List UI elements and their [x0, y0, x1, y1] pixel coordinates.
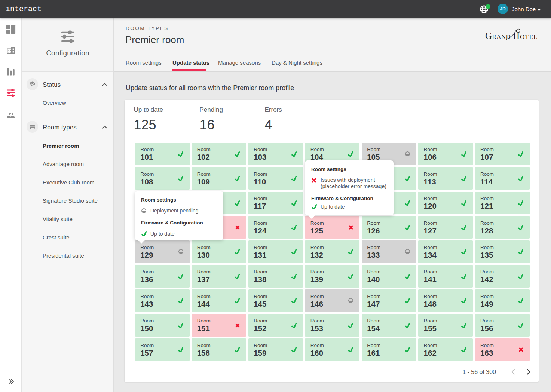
svg-text:G: G [485, 31, 492, 41]
svg-text:H: H [513, 31, 520, 41]
svg-text:RAND: RAND [492, 33, 511, 40]
svg-text:OTEL: OTEL [520, 33, 538, 40]
